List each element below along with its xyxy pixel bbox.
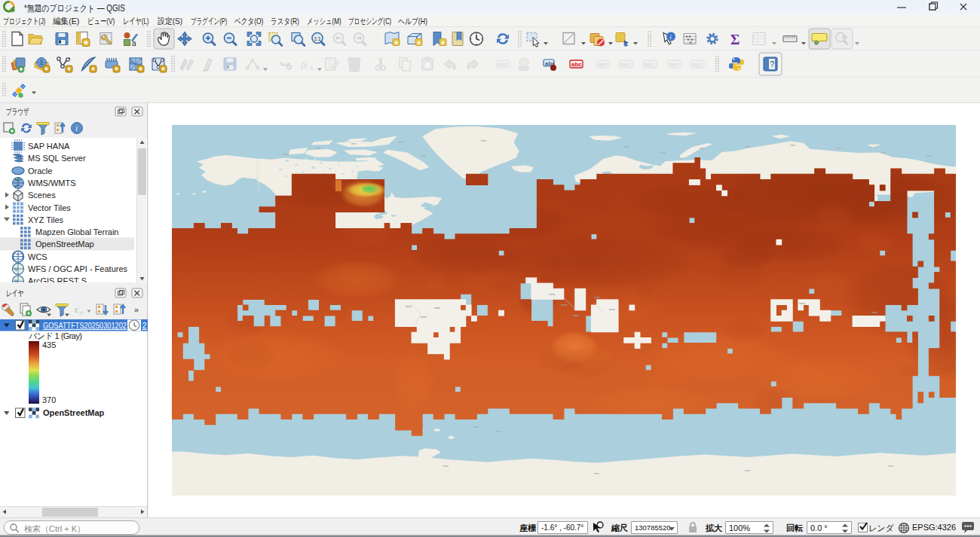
svg-text:V: V bbox=[14, 267, 18, 272]
svg-text:abc: abc bbox=[645, 61, 654, 68]
svg-text:17: 17 bbox=[79, 311, 84, 316]
svg-text:XYZ Tiles: XYZ Tiles bbox=[28, 215, 64, 224]
svg-text:abc: abc bbox=[669, 61, 679, 68]
svg-text:WFS / OGC API - Features: WFS / OGC API - Features bbox=[28, 264, 128, 273]
svg-text:1:1: 1:1 bbox=[314, 36, 321, 41]
svg-text:435: 435 bbox=[42, 340, 56, 349]
svg-text:Scenes: Scenes bbox=[28, 191, 56, 200]
svg-text:abc: abc bbox=[620, 61, 630, 68]
svg-text:Mapzen Global Terrain: Mapzen Global Terrain bbox=[35, 227, 118, 236]
svg-text:2: 2 bbox=[142, 321, 147, 330]
svg-text:WMS/WMTS: WMS/WMTS bbox=[28, 178, 76, 188]
svg-text:abc: abc bbox=[598, 61, 608, 68]
svg-text:abc: abc bbox=[571, 61, 582, 68]
svg-text:OpenStreetMap: OpenStreetMap bbox=[35, 240, 94, 249]
svg-text:Vector Tiles: Vector Tiles bbox=[28, 203, 71, 212]
svg-text:MS SQL Server: MS SQL Server bbox=[28, 154, 86, 163]
svg-text:370: 370 bbox=[42, 395, 56, 404]
svg-text:Oracle: Oracle bbox=[28, 166, 52, 175]
svg-text:i: i bbox=[75, 124, 78, 133]
svg-text:fx: fx bbox=[301, 59, 308, 70]
svg-text:abc: abc bbox=[498, 61, 507, 68]
svg-text:WCS: WCS bbox=[28, 252, 47, 261]
svg-text:?: ? bbox=[770, 60, 775, 69]
svg-text:ArcGIS REST S: ArcGIS REST S bbox=[28, 276, 87, 282]
svg-text:Σ: Σ bbox=[730, 32, 740, 47]
svg-text:バンド 1 (Gray): バンド 1 (Gray) bbox=[28, 331, 82, 340]
svg-text:SAP HANA: SAP HANA bbox=[28, 142, 70, 151]
svg-text:OpenStreetMap: OpenStreetMap bbox=[43, 408, 105, 417]
svg-text:»: » bbox=[134, 305, 139, 314]
svg-text:abc: abc bbox=[692, 61, 702, 68]
svg-text:V: V bbox=[14, 279, 18, 282]
svg-text:a: a bbox=[132, 39, 136, 47]
svg-text:GOSATTFTS20250301202: GOSATTFTS20250301202 bbox=[43, 321, 127, 330]
svg-text:ab: ab bbox=[545, 60, 552, 67]
